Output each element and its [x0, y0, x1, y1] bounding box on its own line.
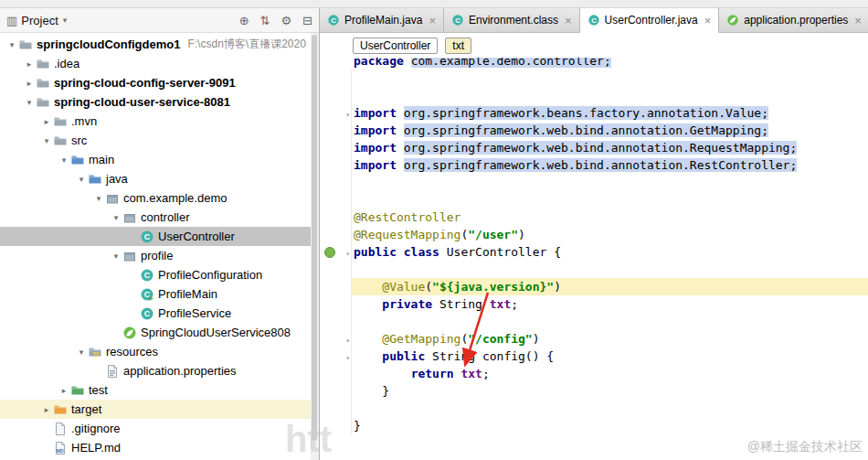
- code-line[interactable]: [320, 87, 868, 104]
- code-line[interactable]: [320, 174, 868, 191]
- breadcrumb-chip-usercontroller[interactable]: UserController: [353, 37, 438, 54]
- breadcrumb-chip-txt[interactable]: txt: [445, 37, 471, 54]
- tree-item-profileservice[interactable]: CProfileService: [0, 304, 311, 323]
- code-line[interactable]: import org.springframework.web.bind.anno…: [320, 122, 868, 139]
- folder-icon: [53, 134, 68, 148]
- project-tool-window-icon[interactable]: ▥: [6, 14, 17, 27]
- tree-item-main[interactable]: ▾main: [0, 150, 311, 169]
- tree-item-gitignore[interactable]: .gitignore: [0, 419, 311, 438]
- chevron-down-icon[interactable]: ▾: [110, 251, 122, 261]
- chevron-down-icon[interactable]: ▾: [58, 155, 70, 165]
- tab-profilemain-java[interactable]: CProfileMain.java×: [320, 8, 444, 32]
- tree-item-spring-cloud-user-service-8081[interactable]: ▾spring-cloud-user-service-8081: [0, 92, 311, 112]
- tab-usercontroller-java[interactable]: CUserController.java×: [580, 8, 720, 33]
- code-line[interactable]: import org.springframework.web.bind.anno…: [320, 139, 868, 156]
- chevron-down-icon[interactable]: ▾: [23, 98, 36, 107]
- tree-item-profileconfiguration[interactable]: CProfileConfiguration: [0, 265, 311, 284]
- tree-item-usercontroller[interactable]: CUserController: [0, 227, 311, 246]
- tree-item-controller[interactable]: ▾controller: [0, 208, 311, 227]
- code-line[interactable]: import org.springframework.web.bind.anno…: [320, 156, 868, 174]
- tree-item-test[interactable]: ▸test: [0, 380, 311, 400]
- tab-environment-class[interactable]: CEnvironment.class×: [444, 8, 580, 32]
- folder-src-icon: [70, 153, 85, 167]
- project-panel-title[interactable]: Project: [21, 14, 58, 27]
- chevron-down-icon[interactable]: ▾: [75, 175, 88, 184]
- code-line[interactable]: package com.example.demo.controller;: [320, 58, 868, 70]
- code-line[interactable]: }: [320, 417, 868, 434]
- code-line[interactable]: ▾public class UserController {: [320, 243, 868, 261]
- tree-item-application-properties[interactable]: application.properties: [0, 361, 311, 380]
- close-icon[interactable]: ×: [854, 14, 862, 27]
- chevron-down-icon[interactable]: ▾: [63, 16, 68, 25]
- folder-resources-icon: [88, 345, 102, 359]
- chevron-down-icon[interactable]: ▾: [110, 213, 122, 222]
- scroll-from-source-icon[interactable]: ⇅: [260, 14, 270, 27]
- code-line[interactable]: @RequestMapping("/user"): [320, 226, 868, 243]
- class-run-icon: C: [140, 287, 154, 302]
- spring-bean-icon[interactable]: [324, 247, 335, 258]
- code-text: return txt;: [352, 365, 868, 382]
- hide-panel-icon[interactable]: ⊟: [302, 14, 312, 27]
- tree-item-profilemain[interactable]: CProfileMain: [0, 284, 311, 304]
- chevron-right-icon[interactable]: ▸: [23, 79, 36, 88]
- tree-item-springclouduserservice808[interactable]: SpringCloudUserService808: [0, 323, 311, 342]
- code-line[interactable]: [320, 191, 868, 209]
- code-line[interactable]: @RestController: [320, 209, 868, 226]
- chevron-right-icon[interactable]: ▸: [40, 117, 53, 126]
- chevron-right-icon[interactable]: ▸: [40, 405, 53, 414]
- folder-icon: [18, 37, 33, 52]
- close-icon[interactable]: ×: [565, 14, 572, 27]
- editor-gutter: [320, 365, 352, 382]
- chevron-down-icon[interactable]: ▾: [40, 136, 53, 145]
- tree-item-profile[interactable]: ▾profile: [0, 246, 311, 265]
- code-text: public class UserController {: [352, 243, 868, 261]
- tree-item-label: ProfileService: [158, 306, 231, 320]
- chevron-right-icon[interactable]: ▸: [23, 59, 36, 69]
- scrollbar-thumb[interactable]: [312, 35, 317, 441]
- tree-item-mvn[interactable]: ▸.mvn: [0, 112, 311, 131]
- svg-text:C: C: [455, 16, 460, 25]
- tree-item-resources[interactable]: ▾resources: [0, 342, 311, 361]
- main-layout: ▥ Project ▾ ⊕⇅⚙⊟ ▾springcloudConfigdemo1…: [0, 8, 868, 460]
- code-line[interactable]: @Value("${java.version}"): [320, 278, 868, 295]
- code-line[interactable]: [320, 400, 868, 417]
- editor-gutter: [320, 417, 352, 434]
- tree-item-idea[interactable]: ▸.idea: [0, 54, 311, 73]
- chevron-down-icon[interactable]: ▾: [5, 40, 18, 49]
- editor-gutter: ▾: [320, 243, 352, 261]
- tree-item-label: java: [106, 172, 128, 186]
- tree-item-java[interactable]: ▾java: [0, 169, 311, 188]
- code-line[interactable]: [320, 261, 868, 278]
- tree-item-com-example-demo[interactable]: ▾com.example.demo: [0, 188, 311, 208]
- code-line[interactable]: [320, 70, 868, 87]
- editor-pane: CProfileMain.java×CEnvironment.class×CUs…: [320, 8, 868, 460]
- code-line[interactable]: }: [320, 382, 868, 400]
- chevron-right-icon[interactable]: ▸: [58, 386, 70, 395]
- tree-item-spring-cloud-config-server-9091[interactable]: ▸spring-cloud-config-server-9091: [0, 73, 311, 92]
- tab-application-properties[interactable]: application.properties×: [719, 8, 868, 32]
- chevron-down-icon[interactable]: ▾: [92, 194, 105, 203]
- tree-item-src[interactable]: ▾src: [0, 131, 311, 150]
- tree-item-springcloudconfigdemo1[interactable]: ▾springcloudConfigdemo1F:\csdn博客\直播课2020: [0, 35, 311, 54]
- editor-gutter: [320, 382, 352, 400]
- close-icon[interactable]: ×: [704, 14, 712, 27]
- code-line[interactable]: private String txt;: [320, 295, 868, 313]
- tree-item-target[interactable]: ▸target: [0, 400, 311, 419]
- chevron-down-icon[interactable]: ▾: [75, 348, 88, 357]
- code-line[interactable]: [320, 313, 868, 330]
- tree-item-help-md[interactable]: MDHELP.md: [0, 438, 311, 457]
- code-text: [352, 87, 868, 104]
- tab-label: ProfileMain.java: [344, 14, 422, 27]
- code-line[interactable]: ▾import org.springframework.beans.factor…: [320, 104, 868, 122]
- code-editor[interactable]: package com.example.demo.controller;▾imp…: [320, 58, 868, 460]
- close-icon[interactable]: ×: [429, 14, 436, 27]
- project-path: F:\csdn博客\直播课2020: [187, 37, 305, 52]
- locate-icon[interactable]: ⊕: [239, 14, 249, 27]
- code-line[interactable]: ▾ public String config() {: [320, 348, 868, 365]
- settings-icon[interactable]: ⚙: [281, 14, 291, 27]
- tree-item-label: springcloudConfigdemo1: [37, 37, 180, 51]
- tree-scrollbar[interactable]: [311, 33, 319, 460]
- package-icon: [122, 210, 137, 225]
- code-line[interactable]: ▾ @GetMapping("/config"): [320, 330, 868, 348]
- code-line[interactable]: return txt;: [320, 365, 868, 382]
